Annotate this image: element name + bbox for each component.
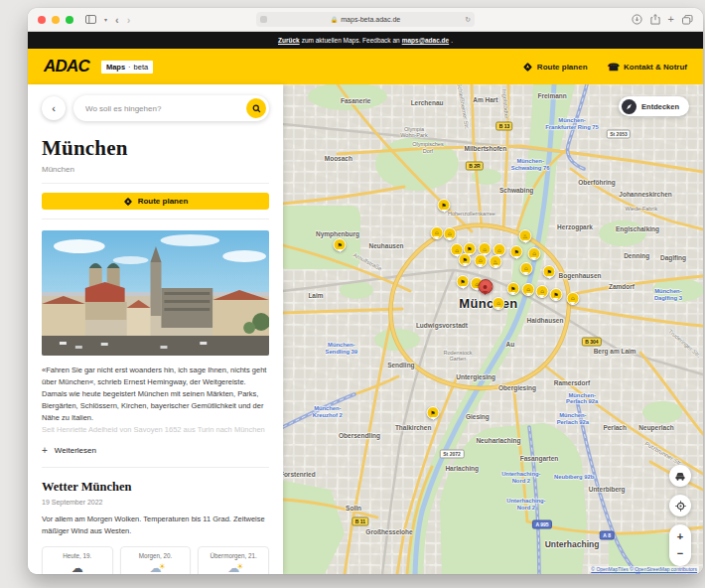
search-box: [73, 95, 269, 121]
map-label: Bogenhausen: [559, 272, 602, 280]
map-label: München- Sendling 39: [326, 342, 358, 356]
share-icon[interactable]: [650, 14, 660, 25]
road-badge: B 13: [495, 122, 513, 131]
map-poi-sight[interactable]: ⚑: [427, 406, 440, 419]
map-poi-museum[interactable]: ⌂: [522, 283, 535, 296]
map-label: München- Schwabing 76: [511, 158, 550, 172]
feedback-mail-link[interactable]: maps@adac.de: [402, 37, 450, 44]
map-poi-sight[interactable]: ⚑: [543, 265, 556, 278]
entdecken-button[interactable]: Entdecken: [619, 96, 689, 116]
map-label: Johanneskirchen: [619, 192, 671, 200]
map-label: Unterhaching: [545, 539, 600, 549]
header-route-planen[interactable]: Route planen: [522, 62, 588, 73]
zoom-controls: + −: [669, 524, 691, 566]
tab-overview-icon[interactable]: [682, 15, 693, 25]
map-poi-food[interactable]: ♨: [490, 255, 502, 268]
map-poi-museum[interactable]: ⌂: [443, 227, 456, 240]
map-label: Denning: [624, 252, 649, 260]
map-poi-museum[interactable]: ⌂: [430, 226, 443, 239]
map-poi-sight[interactable]: ⚑: [438, 199, 451, 212]
map-attribution[interactable]: © OpenMapTiles © OpenStreetMap contribut…: [589, 566, 699, 572]
map-poi-museum[interactable]: ⌂: [527, 247, 540, 260]
map-label: Nymphenburg: [316, 230, 359, 238]
road-badge: St 2072: [440, 449, 465, 458]
map-label: Haidhausen: [527, 317, 564, 325]
url-text: maps-beta.adac.de: [341, 16, 400, 23]
map-label: Harlaching: [445, 465, 479, 473]
map[interactable]: München FasanerieLerchenauAm HartFreiman…: [283, 84, 703, 574]
search-input[interactable]: [85, 104, 246, 113]
map-label: München- Frankfurter Ring 75: [545, 117, 598, 131]
minimize-window-button[interactable]: [52, 16, 60, 24]
map-poi-museum[interactable]: ⌂: [566, 292, 579, 305]
traffic-layer-button[interactable]: [669, 465, 691, 487]
lock-icon: 🔒: [331, 16, 339, 23]
map-poi-sight[interactable]: ⚑: [334, 238, 347, 251]
fullscreen-window-button[interactable]: [66, 16, 73, 24]
map-label: München- Perlach 92a: [557, 412, 589, 426]
back-icon[interactable]: ‹: [115, 14, 119, 26]
map-label: Unterhaching- Nord 2: [501, 471, 540, 485]
locate-me-button[interactable]: [669, 495, 691, 516]
map-poi-sight[interactable]: ⚑: [459, 253, 472, 266]
map-label: Sendling: [387, 363, 414, 370]
plus-icon: +: [42, 445, 48, 456]
map-label: Zamdorf: [609, 283, 634, 291]
map-label: Neuhausen: [369, 242, 404, 250]
map-label: Laim: [308, 293, 323, 301]
address-bar[interactable]: 🔒 maps-beta.adac.de ↻: [256, 12, 475, 27]
map-label: Rodenstock Garten: [443, 350, 472, 363]
header-kontakt-notruf[interactable]: ☎ Kontakt & Notruf: [608, 62, 687, 73]
city-description: «Fahren Sie gar nicht erst woanders hin,…: [42, 365, 269, 424]
window-controls: [38, 16, 73, 24]
sidebar-chevron-icon[interactable]: ▾: [104, 17, 107, 23]
road-badge: B 11: [352, 517, 368, 526]
weather-date: 19 September 2022: [42, 499, 269, 506]
city-photo: [42, 230, 269, 356]
map-poi-food[interactable]: ♨: [519, 229, 532, 242]
map-label: Daglfing: [660, 254, 686, 262]
locate-icon: [675, 501, 686, 512]
close-window-button[interactable]: [38, 16, 46, 24]
route-planen-button[interactable]: Route planen: [42, 193, 269, 210]
map-label: München- Kreuzhof 2: [313, 405, 343, 419]
browser-window: ▾ ‹ › 🔒 maps-beta.adac.de ↻ +: [28, 8, 703, 574]
search-button[interactable]: [246, 98, 266, 118]
forward-icon[interactable]: ›: [127, 14, 131, 26]
map-label: Hohenzollernkarree: [448, 210, 495, 217]
map-label: Englschalking: [616, 225, 659, 233]
weather-suncloud-icon: ☀☁: [124, 561, 188, 574]
map-label: Neuperlach: [638, 424, 673, 432]
map-poi-sight[interactable]: ⚑: [510, 245, 523, 258]
zoom-in-button[interactable]: +: [677, 531, 683, 542]
map-poi-museum[interactable]: ⌂: [535, 285, 548, 298]
banner-text: zum aktuellen Maps. Feedback an: [302, 37, 400, 44]
map-label: Berg am Laim: [594, 348, 636, 356]
map-label: Großhesselohe: [365, 528, 412, 536]
weather-summary: Vor allem am Morgen Wolken. Temperaturen…: [42, 514, 269, 537]
map-poi-museum[interactable]: ⌂: [492, 297, 504, 310]
panel-back-button[interactable]: ‹: [42, 96, 66, 120]
map-poi-sight[interactable]: ⚑: [506, 282, 519, 295]
map-poi-sight[interactable]: ⚑: [549, 288, 562, 301]
map-pin[interactable]: [478, 279, 493, 294]
browser-toolbar: ▾ ‹ › 🔒 maps-beta.adac.de ↻ +: [28, 8, 703, 32]
back-to-maps-link[interactable]: Zurück: [278, 37, 300, 44]
map-poi-sight[interactable]: ⚑: [457, 275, 470, 288]
map-poi-museum[interactable]: ⌂: [519, 262, 532, 275]
sidebar-toggle-icon[interactable]: [85, 15, 96, 24]
map-label: München- Perlach 92a: [566, 392, 598, 406]
map-label: Arnulfstraße: [352, 252, 382, 273]
map-poi-museum[interactable]: ⌂: [474, 254, 487, 267]
downloads-icon[interactable]: [632, 14, 642, 25]
zoom-out-button[interactable]: −: [677, 548, 683, 559]
weather-card-today: Heute, 19. ☀☁ 11°C7°C ☂56% ⚑19 km/h: [42, 546, 113, 574]
reload-icon[interactable]: ↻: [465, 16, 471, 24]
read-more-link[interactable]: + Weiterlesen: [42, 445, 269, 468]
new-tab-icon[interactable]: +: [668, 14, 674, 25]
weather-suncloud-icon: ☀☁: [202, 561, 265, 574]
map-label: Unterhaching- Nord 2: [506, 499, 545, 513]
adac-logo[interactable]: ADAC: [44, 57, 89, 76]
weather-cloud-icon: ☀☁: [46, 561, 109, 574]
map-label: Obergiesing: [498, 384, 536, 392]
